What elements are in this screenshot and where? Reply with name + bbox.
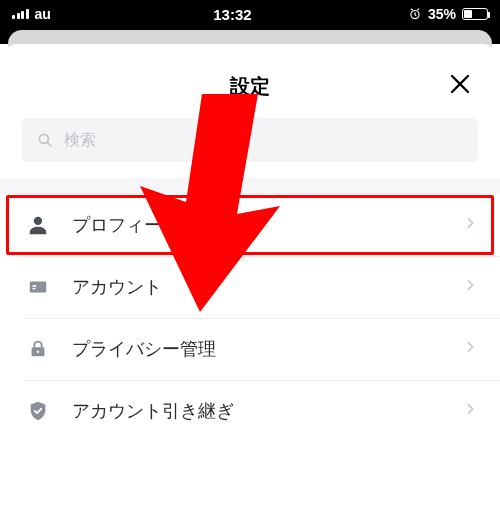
lock-icon [24, 338, 52, 360]
bottom-fade [0, 454, 500, 508]
carrier-label: au [35, 6, 51, 22]
cellular-signal-icon [12, 9, 29, 19]
list-item-profile[interactable]: プロフィール [0, 194, 500, 256]
search-input[interactable]: 検索 [22, 118, 478, 162]
chevron-right-icon [462, 401, 478, 421]
search-placeholder: 検索 [64, 130, 96, 151]
settings-list: プロフィール アカウント プライバシー管理 [0, 194, 500, 442]
settings-sheet: 設定 検索 プロフィール アカウント [0, 44, 500, 508]
status-right: 35% [408, 6, 488, 22]
status-left: au [12, 6, 57, 22]
list-item-label: アカウント引き継ぎ [72, 399, 462, 423]
alarm-icon [408, 7, 422, 21]
list-item-account[interactable]: アカウント [0, 256, 500, 318]
chevron-right-icon [462, 215, 478, 235]
close-button[interactable] [442, 66, 478, 102]
page-title: 設定 [230, 73, 270, 100]
clock-time: 13:32 [213, 6, 251, 23]
list-item-label: プライバシー管理 [72, 337, 462, 361]
list-item-privacy[interactable]: プライバシー管理 [0, 318, 500, 380]
chevron-right-icon [462, 277, 478, 297]
svg-rect-3 [33, 285, 37, 287]
close-icon [448, 72, 472, 96]
id-card-icon [24, 276, 52, 298]
sheet-header: 設定 [0, 66, 500, 106]
card-stack-backdrop [0, 28, 500, 44]
shield-check-icon [24, 400, 52, 422]
battery-fill [464, 10, 472, 18]
svg-point-6 [37, 351, 39, 353]
battery-icon [462, 8, 488, 20]
section-separator [0, 178, 500, 194]
person-icon [24, 214, 52, 236]
status-bar: au 13:32 35% [0, 0, 500, 28]
battery-percent: 35% [428, 6, 456, 22]
svg-point-1 [39, 134, 48, 143]
list-item-label: アカウント [72, 275, 462, 299]
chevron-right-icon [462, 339, 478, 359]
svg-rect-2 [30, 282, 47, 293]
list-item-transfer[interactable]: アカウント引き継ぎ [0, 380, 500, 442]
svg-rect-4 [33, 288, 36, 289]
list-item-label: プロフィール [72, 213, 462, 237]
search-icon [36, 131, 54, 149]
